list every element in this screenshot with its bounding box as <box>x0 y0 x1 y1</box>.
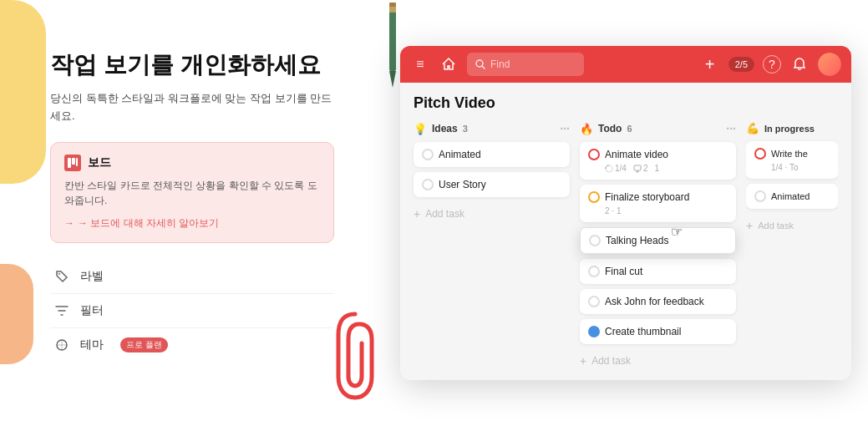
home-icon[interactable] <box>439 54 459 74</box>
task-circle <box>589 235 601 246</box>
ask-john-card: Ask John for feedback <box>580 289 736 314</box>
tag-icon <box>53 268 70 285</box>
task-label: Finalize storyboard <box>605 191 728 203</box>
todo-count: 6 <box>627 124 632 134</box>
task-circle <box>588 149 600 160</box>
task-label: Write the <box>771 149 830 159</box>
talking-heads-drag-card[interactable]: Talking Heads <box>580 227 736 254</box>
plus-icon: + <box>580 354 586 368</box>
ideas-add-task-button[interactable]: + Add task <box>414 202 570 226</box>
project-title: Pitch Video <box>414 94 838 112</box>
task-row: Write the <box>754 148 830 160</box>
board-card-header: 보드 <box>64 155 320 171</box>
in-progress-add-task-button[interactable]: + Add task <box>746 214 838 237</box>
task-label: Talking Heads <box>606 235 727 246</box>
finalize-storyboard-card: Finalize storyboard 2 · 1 <box>580 185 736 222</box>
task-meta: 1/4 · To <box>754 163 830 172</box>
search-bar[interactable]: Find <box>467 53 584 76</box>
page-title: 작업 보기를 개인화하세요 <box>50 50 334 80</box>
filter-menu-text: 필터 <box>80 303 104 318</box>
svg-rect-10 <box>634 165 641 170</box>
in-progress-title: In progress <box>764 124 815 134</box>
bell-icon[interactable] <box>789 54 810 74</box>
filter-icon <box>53 302 70 319</box>
ideas-emoji: 💡 <box>414 123 427 135</box>
todo-add-task-button[interactable]: + Add task <box>580 349 736 373</box>
board-icon <box>64 155 81 171</box>
meta-attachments: 1 <box>654 164 659 173</box>
svg-rect-4 <box>68 158 71 168</box>
search-placeholder: Find <box>490 58 510 70</box>
menu-item-label[interactable]: 라벨 <box>50 260 334 294</box>
task-label: Animated <box>771 191 830 201</box>
task-row: Finalize storyboard <box>588 191 728 203</box>
write-the-card: Write the 1/4 · To <box>746 141 838 179</box>
board-card-desc: 칸반 스타일 카드로 전체적인 상황을 확인할 수 있도록 도와줍니다. <box>64 178 320 208</box>
meta-progress: 1/4 <box>605 164 627 173</box>
ideas-more-button[interactable]: ··· <box>560 122 570 135</box>
ideas-col-header: 💡 Ideas 3 ··· <box>414 122 570 135</box>
ideas-add-task-label: Add task <box>425 208 464 220</box>
task-circle <box>422 179 434 190</box>
svg-rect-0 <box>389 8 396 71</box>
task-circle <box>588 191 600 203</box>
todo-title: Todo <box>598 123 622 134</box>
task-row: Final cut <box>588 266 728 277</box>
svg-point-7 <box>58 273 60 275</box>
task-row: Animate video <box>588 149 728 160</box>
theme-icon <box>53 337 70 353</box>
board-learn-more-link[interactable]: → 보드에 대해 자세히 알아보기 <box>64 216 320 231</box>
cursor-hand: ☞ <box>671 224 683 240</box>
task-circle <box>588 326 600 337</box>
label-menu-text: 라벨 <box>80 269 104 284</box>
in-progress-animated-card: Animated <box>746 184 838 209</box>
menu-item-filter[interactable]: 필터 <box>50 294 334 328</box>
plus-icon: + <box>414 207 420 221</box>
create-thumbnail-card: Create thumbnail <box>580 319 736 344</box>
task-label: Final cut <box>605 266 728 277</box>
task-row: Animated <box>754 190 830 202</box>
task-circle <box>754 190 766 202</box>
svg-rect-5 <box>72 158 75 165</box>
meta-comments: 2 <box>633 164 648 173</box>
todo-column: 🔥 Todo 6 ··· Animate video 1/4 <box>580 122 736 366</box>
deco-orange-blob <box>0 264 33 364</box>
in-progress-column: 💪 In progress Write the 1/4 · To Ani <box>746 122 838 366</box>
board-card: 보드 칸반 스타일 카드로 전체적인 상황을 확인할 수 있도록 도와줍니다. … <box>50 142 334 243</box>
task-row: Animated <box>422 149 561 160</box>
task-label: Ask John for feedback <box>605 296 728 307</box>
meta-info: 1/4 · To <box>771 163 799 172</box>
menu-icon[interactable]: ≡ <box>410 54 430 74</box>
menu-item-theme[interactable]: 테마 프로 플랜 <box>50 328 334 362</box>
task-label: Animate video <box>605 149 728 160</box>
in-progress-add-task-label: Add task <box>758 221 794 231</box>
toolbar-right: + 2/5 ? <box>700 53 841 76</box>
app-content: Pitch Video 💡 Ideas 3 ··· Animated <box>400 83 851 380</box>
app-toolbar: ≡ Find + 2/5 ? <box>400 46 851 83</box>
deco-paperclip <box>330 306 380 406</box>
todo-add-task-label: Add task <box>591 355 631 367</box>
ideas-title: Ideas <box>432 123 458 134</box>
avatar[interactable] <box>818 53 841 76</box>
task-label: User Story <box>439 179 561 190</box>
add-button[interactable]: + <box>700 54 720 74</box>
task-circle <box>422 149 434 160</box>
todo-more-button[interactable]: ··· <box>726 122 736 135</box>
pro-badge: 프로 플랜 <box>120 337 168 352</box>
in-progress-col-header: 💪 In progress <box>746 122 838 134</box>
in-progress-emoji: 💪 <box>746 122 759 134</box>
plus-icon: + <box>746 219 753 232</box>
meta-info: 2 · 1 <box>605 206 621 216</box>
board-card-title: 보드 <box>88 155 111 170</box>
ideas-count: 3 <box>463 124 468 134</box>
task-row: Create thumbnail <box>588 326 728 337</box>
task-card: Animated <box>414 142 570 167</box>
subtitle: 당신의 독특한 스타일과 워크플로에 맞는 작업 보기를 만드세요. <box>50 90 334 125</box>
task-label: Create thumbnail <box>605 326 728 337</box>
timer-badge: 2/5 <box>728 57 754 72</box>
todo-emoji: 🔥 <box>580 123 593 135</box>
left-panel: 작업 보기를 개인화하세요 당신의 독특한 스타일과 워크플로에 맞는 작업 보… <box>50 50 334 362</box>
task-circle <box>588 266 600 277</box>
help-icon[interactable]: ? <box>763 55 781 74</box>
app-window: ≡ Find + 2/5 ? <box>400 46 851 380</box>
